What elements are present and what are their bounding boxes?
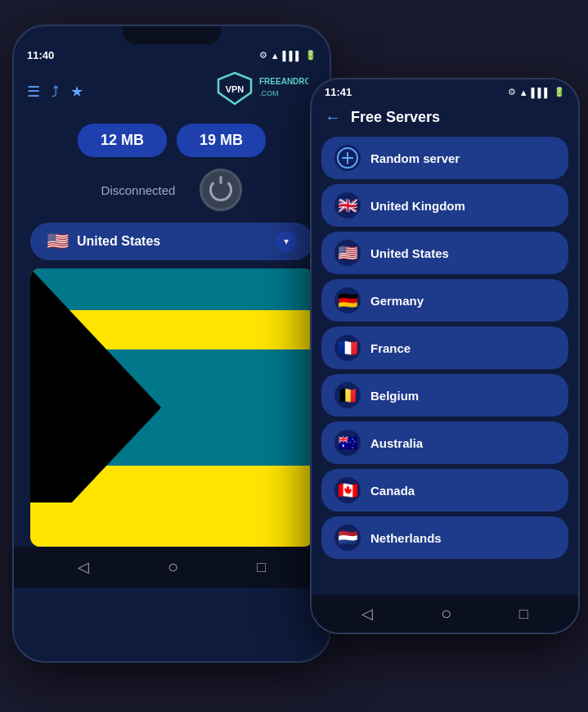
server-item-be[interactable]: 🇧🇪Belgium: [321, 374, 568, 417]
status-bar-left: 11:40 ⚙ ▲ ▌▌▌ 🔋: [14, 44, 330, 65]
connection-status: Disconnected: [101, 183, 176, 197]
nav-right: ◁ ○ □: [312, 595, 578, 633]
flag-ca: 🇨🇦: [334, 477, 361, 503]
signal-icon-right: ▌▌▌: [532, 88, 550, 97]
server-item-us[interactable]: 🇺🇸United States: [321, 232, 568, 274]
server-item-nl[interactable]: 🇳🇱Netherlands: [321, 516, 568, 559]
flag-display: [30, 268, 313, 547]
battery-icon-right: 🔋: [554, 87, 565, 97]
chevron-down-icon: ▾: [276, 231, 297, 252]
server-name-de: Germany: [370, 294, 424, 308]
flag-de: 🇩🇪: [334, 287, 361, 313]
server-item-ca[interactable]: 🇨🇦Canada: [321, 469, 568, 511]
svg-text:.COM: .COM: [259, 89, 279, 97]
server-item-de[interactable]: 🇩🇪Germany: [321, 279, 568, 322]
left-phone: 11:40 ⚙ ▲ ▌▌▌ 🔋 FREEANDROIDVPN .COM VPN …: [12, 25, 331, 663]
power-button[interactable]: [200, 169, 242, 211]
server-name-uk: United Kingdom: [370, 199, 465, 213]
server-item-uk[interactable]: 🇬🇧United Kingdom: [321, 184, 568, 227]
page-title: Free Servers: [351, 109, 440, 126]
battery-icon: 🔋: [305, 50, 316, 61]
flag-yellow-bottom: [30, 502, 313, 547]
connection-row: Disconnected: [14, 164, 330, 219]
flag-be: 🇧🇪: [334, 382, 361, 408]
nav-left: ◁ ○ □: [14, 547, 330, 588]
back-arrow-button[interactable]: ←: [325, 108, 341, 127]
home-nav-right[interactable]: ○: [441, 603, 451, 624]
signal-icon: ▌▌▌: [283, 51, 302, 61]
share-icon[interactable]: [52, 82, 59, 101]
logo: FREEANDROIDVPN .COM VPN: [210, 71, 308, 110]
flag-fr: 🇫🇷: [334, 335, 361, 361]
server-name-au: Australia: [370, 436, 423, 450]
server-name-us: United States: [370, 246, 449, 260]
download-stat: 12 MB: [78, 124, 167, 157]
svg-text:FREEANDROIDVPN: FREEANDROIDVPN: [259, 77, 308, 86]
back-nav-right[interactable]: ◁: [361, 605, 373, 623]
settings-icon: ⚙: [259, 50, 267, 61]
flag-uk: 🇬🇧: [334, 192, 361, 219]
stats-row: 12 MB 19 MB: [14, 117, 330, 164]
notch: [123, 26, 221, 44]
rate-icon[interactable]: [70, 82, 83, 101]
right-header: ← Free Servers: [312, 101, 578, 137]
flag-random: [334, 145, 361, 171]
server-item-fr[interactable]: 🇫🇷France: [321, 327, 568, 369]
flag-nl: 🇳🇱: [334, 525, 361, 551]
status-icons-right: ⚙ ▲ ▌▌▌ 🔋: [508, 87, 565, 97]
wifi-icon: ▲: [271, 51, 280, 61]
server-name-random: Random server: [370, 151, 460, 165]
menu-icon[interactable]: [27, 82, 40, 101]
home-nav-left[interactable]: ○: [168, 557, 178, 578]
server-selector[interactable]: 🇺🇸 United States ▾: [30, 223, 313, 260]
server-name-nl: Netherlands: [370, 531, 442, 545]
server-name-fr: France: [370, 341, 411, 355]
flag-au: 🇦🇺: [334, 430, 361, 456]
time-left: 11:40: [27, 49, 54, 61]
status-bar-right: 11:41 ⚙ ▲ ▌▌▌ 🔋: [312, 79, 578, 101]
back-nav-left[interactable]: ◁: [78, 558, 89, 576]
right-phone: 11:41 ⚙ ▲ ▌▌▌ 🔋 ← Free Servers Random se…: [310, 78, 580, 634]
server-name-ca: Canada: [370, 484, 415, 498]
flag-us: 🇺🇸: [334, 240, 361, 266]
selected-flag: 🇺🇸: [47, 231, 69, 252]
logo-svg: FREEANDROIDVPN .COM VPN: [210, 71, 308, 107]
server-name-be: Belgium: [370, 389, 419, 403]
server-item-au[interactable]: 🇦🇺Australia: [321, 421, 568, 464]
server-list: Random server🇬🇧United Kingdom🇺🇸United St…: [312, 137, 578, 595]
settings-icon-right: ⚙: [508, 87, 516, 97]
svg-text:VPN: VPN: [226, 84, 245, 94]
server-item-random[interactable]: Random server: [321, 137, 568, 179]
upload-stat: 19 MB: [177, 124, 266, 157]
recent-nav-right[interactable]: □: [519, 606, 528, 623]
selected-country: United States: [77, 234, 267, 249]
wifi-icon-right: ▲: [519, 88, 528, 97]
status-icons-left: ⚙ ▲ ▌▌▌ 🔋: [259, 50, 316, 61]
recent-nav-left[interactable]: □: [257, 559, 266, 576]
top-bar: FREEANDROIDVPN .COM VPN: [14, 65, 330, 117]
time-right: 11:41: [325, 86, 352, 98]
power-icon: [209, 178, 232, 201]
bahamas-flag: [30, 268, 313, 547]
